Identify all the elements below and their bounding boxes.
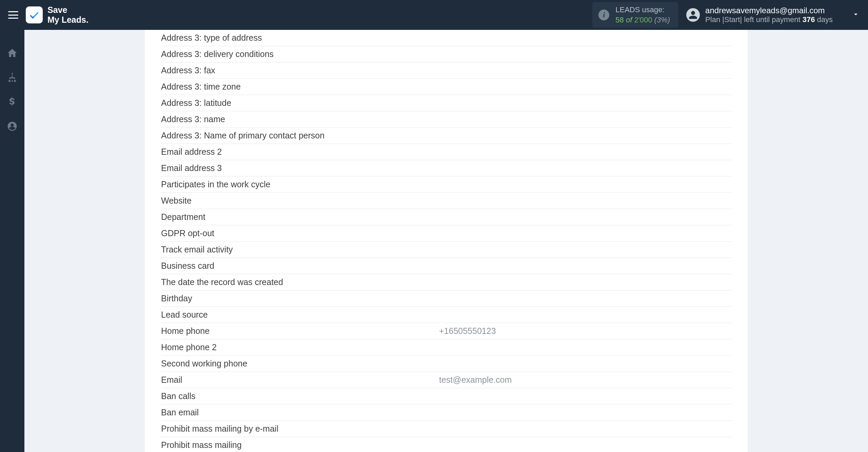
field-label: Email [161, 375, 439, 385]
field-label: Address 3: type of address [161, 33, 439, 43]
field-label: Address 3: delivery conditions [161, 49, 439, 59]
brand-name: Save My Leads. [47, 5, 88, 25]
field-label: Address 3: fax [161, 65, 439, 75]
field-label: Track email activity [161, 245, 439, 255]
dollar-icon [7, 96, 18, 107]
app-logo[interactable] [26, 6, 43, 23]
info-icon: i [598, 10, 609, 20]
field-label: GDPR opt-out [161, 228, 439, 238]
leads-total: 2'000 [634, 16, 652, 24]
field-label: Address 3: Name of primary contact perso… [161, 131, 439, 140]
field-row[interactable]: Prohibit mass mailing by e-mail [161, 421, 731, 437]
leads-usage-badge[interactable]: i LEADS usage: 58 of 2'000 (3%) [592, 2, 678, 27]
brand-line2: My Leads. [47, 15, 88, 25]
field-label: Lead source [161, 310, 439, 320]
leads-used: 58 [615, 16, 624, 24]
field-label: Prohibit mass mailing by e-mail [161, 424, 439, 434]
field-label: Home phone [161, 326, 439, 336]
field-row[interactable]: Participates in the work cycle [161, 176, 731, 193]
field-row[interactable]: Address 3: fax [161, 62, 731, 79]
plan-suffix: days [815, 15, 833, 24]
user-menu[interactable]: andrewsavemyleads@gmail.com Plan |Start|… [686, 6, 860, 24]
field-row[interactable]: Home phone+16505550123 [161, 323, 731, 339]
field-label: Website [161, 196, 439, 206]
field-label: Business card [161, 261, 439, 271]
brand-line1: Save [47, 5, 88, 15]
field-row[interactable]: Address 3: latitude [161, 95, 731, 111]
field-label: Address 3: time zone [161, 82, 439, 92]
field-row[interactable]: Home phone 2 [161, 339, 731, 356]
field-row[interactable]: Address 3: name [161, 111, 731, 128]
leads-of: of [626, 16, 632, 24]
field-label: Department [161, 212, 439, 222]
field-label: Participates in the work cycle [161, 180, 439, 189]
user-email: andrewsavemyleads@gmail.com [705, 6, 833, 15]
account-icon [7, 121, 18, 132]
field-row[interactable]: Department [161, 209, 731, 225]
leads-usage-text: LEADS usage: 58 of 2'000 (3%) [615, 5, 670, 25]
field-row[interactable]: Website [161, 193, 731, 209]
plan-prefix: Plan |Start| left until payment [705, 15, 803, 24]
field-label: Ban calls [161, 391, 439, 401]
user-plan: Plan |Start| left until payment 376 days [705, 15, 833, 24]
leads-pct: (3%) [654, 16, 670, 24]
field-label: Second working phone [161, 359, 439, 369]
field-row[interactable]: The date the record was created [161, 274, 731, 290]
content: Address 3: type of addressAddress 3: del… [24, 30, 868, 452]
sidebar [0, 30, 24, 452]
user-text: andrewsavemyleads@gmail.com Plan |Start|… [705, 6, 833, 24]
field-row[interactable]: Ban calls [161, 388, 731, 404]
field-label: Email address 3 [161, 163, 439, 173]
field-label: The date the record was created [161, 277, 439, 287]
field-label: Home phone 2 [161, 342, 439, 352]
field-row[interactable]: Prohibit mass mailing [161, 437, 731, 452]
field-label: Prohibit mass mailing [161, 440, 439, 450]
sidebar-item-integrations[interactable] [6, 71, 18, 83]
field-label: Ban email [161, 408, 439, 417]
menu-toggle[interactable] [8, 11, 18, 19]
home-icon [7, 48, 18, 58]
plan-days: 376 [803, 15, 815, 24]
field-label: Birthday [161, 294, 439, 303]
leads-label: LEADS usage: [615, 5, 670, 15]
field-label: Address 3: name [161, 114, 439, 124]
field-row[interactable]: Second working phone [161, 356, 731, 372]
field-row[interactable]: Lead source [161, 307, 731, 323]
top-header: Save My Leads. i LEADS usage: 58 of 2'00… [0, 0, 868, 30]
chevron-down-icon[interactable] [852, 10, 860, 20]
field-row[interactable]: Address 3: time zone [161, 79, 731, 95]
field-label: Address 3: latitude [161, 98, 439, 108]
field-row[interactable]: Email address 2 [161, 144, 731, 160]
field-row[interactable]: Track email activity [161, 242, 731, 258]
field-row[interactable]: Address 3: delivery conditions [161, 46, 731, 62]
field-row[interactable]: Business card [161, 258, 731, 274]
sidebar-item-account[interactable] [6, 120, 18, 132]
field-row[interactable]: Emailtest@example.com [161, 372, 731, 388]
sidebar-item-home[interactable] [6, 47, 18, 59]
person-icon [688, 10, 698, 20]
field-row[interactable]: Address 3: type of address [161, 30, 731, 46]
avatar [686, 8, 700, 22]
field-row[interactable]: Email address 3 [161, 160, 731, 176]
sidebar-item-billing[interactable] [6, 96, 18, 108]
field-row[interactable]: Address 3: Name of primary contact perso… [161, 128, 731, 144]
fields-panel: Address 3: type of addressAddress 3: del… [145, 30, 748, 452]
field-value: +16505550123 [439, 326, 731, 336]
field-value: test@example.com [439, 375, 731, 385]
sitemap-icon [7, 72, 18, 83]
field-row[interactable]: Ban email [161, 404, 731, 421]
field-row[interactable]: Birthday [161, 290, 731, 307]
field-label: Email address 2 [161, 147, 439, 157]
check-icon [28, 9, 40, 21]
field-row[interactable]: GDPR opt-out [161, 225, 731, 242]
